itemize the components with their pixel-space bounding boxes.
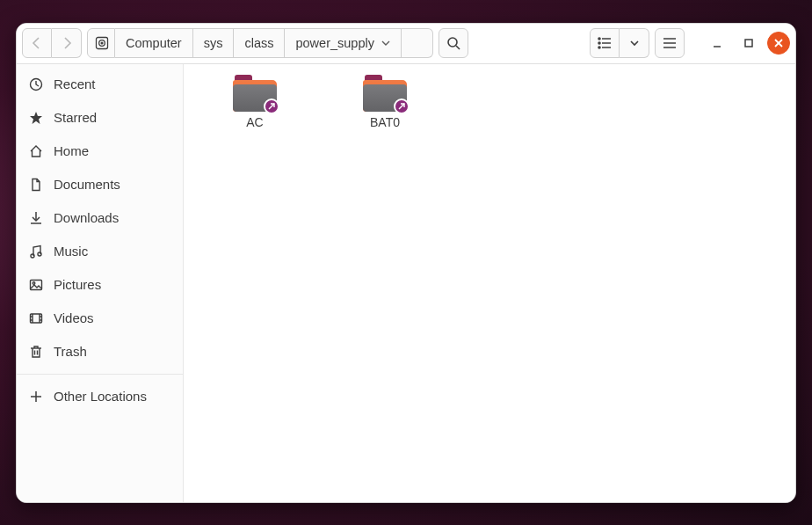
view-options-button[interactable] [620,28,649,58]
svg-point-25 [33,281,35,284]
svg-line-38 [399,104,404,109]
sidebar-item-label: Videos [54,310,94,325]
forward-button[interactable] [52,28,82,58]
plus-icon [29,390,43,404]
downloads-icon [29,211,43,225]
sidebar-item-label: Downloads [54,210,119,225]
close-icon [773,38,784,48]
list-view-button[interactable] [590,28,620,58]
path-bar: Computer sys class power_supply [87,28,433,58]
svg-point-22 [31,254,34,258]
view-controls [590,28,649,58]
svg-line-4 [456,46,460,49]
home-icon [29,144,43,158]
symlink-emblem-icon [264,98,279,114]
list-icon [598,37,612,49]
sidebar-item-label: Trash [54,344,87,359]
sidebar-item-pictures[interactable]: Pictures [17,268,183,302]
trash-icon [29,345,43,359]
svg-line-37 [269,104,274,109]
folder-item-ac[interactable]: AC [217,75,293,129]
svg-point-7 [598,42,600,44]
minimize-button[interactable] [704,28,730,58]
file-label: AC [246,115,263,129]
folder-link-icon [233,75,277,112]
pictures-icon [29,278,43,292]
icon-grid: AC BAT0 [201,75,778,129]
maximize-button[interactable] [736,28,762,58]
svg-point-23 [38,252,41,256]
sidebar-item-starred[interactable]: Starred [17,101,183,135]
path-segment-current[interactable]: power_supply [285,28,401,58]
star-icon [29,111,43,125]
toolbar: Computer sys class power_supply [17,24,795,64]
menu-icon [663,37,677,49]
sidebar-item-label: Music [54,244,88,259]
path-segment-class[interactable]: class [234,28,285,58]
file-manager-window: Computer sys class power_supply [16,23,796,503]
svg-point-2 [101,42,103,44]
svg-marker-19 [30,112,42,124]
search-button[interactable] [439,28,468,58]
folder-item-bat0[interactable]: BAT0 [347,75,423,129]
svg-point-9 [598,47,600,48]
sidebar-item-other-locations[interactable]: Other Locations [17,380,183,413]
sidebar-item-label: Documents [54,177,120,192]
symlink-emblem-icon [394,98,410,114]
sidebar-separator [17,374,183,375]
clock-icon [29,77,43,91]
back-button[interactable] [22,28,52,58]
documents-icon [29,178,43,192]
path-segment-sys[interactable]: sys [193,28,235,58]
music-icon [29,244,43,259]
sidebar-item-label: Other Locations [54,389,147,404]
svg-point-3 [448,38,457,47]
path-blank[interactable] [402,28,433,58]
sidebar-item-home[interactable]: Home [17,135,183,168]
sidebar-item-downloads[interactable]: Downloads [17,201,183,235]
path-segment-computer[interactable]: Computer [115,28,193,58]
folder-link-icon [363,75,407,112]
sidebar-item-videos[interactable]: Videos [17,302,183,335]
sidebar-item-recent[interactable]: Recent [17,68,183,101]
svg-rect-24 [31,280,42,289]
disk-icon [95,36,109,50]
svg-rect-15 [745,40,752,47]
sidebar: Recent Starred Home Documents Downloads … [17,64,184,502]
nav-buttons [22,28,82,58]
svg-point-5 [598,38,600,40]
sidebar-item-label: Recent [54,77,96,91]
chevron-down-icon [381,39,390,47]
sidebar-item-label: Home [54,143,89,158]
sidebar-item-label: Starred [54,110,97,125]
file-view[interactable]: AC BAT0 [184,64,795,502]
sidebar-item-documents[interactable]: Documents [17,168,183,201]
close-button[interactable] [767,32,790,55]
path-root[interactable] [87,28,115,58]
videos-icon [29,311,43,325]
search-icon [446,36,460,50]
sidebar-item-music[interactable]: Music [17,235,183,268]
file-label: BAT0 [370,115,400,129]
hamburger-menu-button[interactable] [655,28,685,58]
sidebar-item-label: Pictures [54,277,101,292]
chevron-down-icon [630,39,639,47]
window-body: Recent Starred Home Documents Downloads … [17,64,795,502]
sidebar-item-trash[interactable]: Trash [17,335,183,368]
